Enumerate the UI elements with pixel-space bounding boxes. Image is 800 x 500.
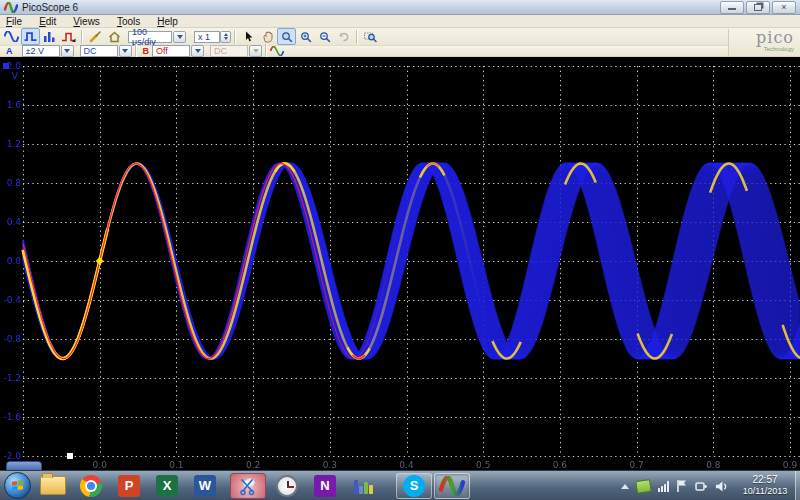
start-button[interactable] bbox=[4, 472, 31, 499]
chrome-button[interactable] bbox=[78, 473, 104, 499]
toolbar-separator bbox=[234, 30, 236, 44]
channel-b-coupling-select: DC bbox=[210, 45, 248, 57]
scope-canvas[interactable] bbox=[0, 57, 800, 470]
powerpoint-icon: P bbox=[118, 475, 140, 497]
channel-a-range-dropdown[interactable] bbox=[61, 45, 74, 57]
show-hidden-icons-button[interactable] bbox=[621, 480, 629, 489]
menu-views[interactable]: Views bbox=[73, 16, 100, 27]
timebase-select[interactable]: 100 µs/div bbox=[128, 31, 172, 43]
zoom-out-icon bbox=[319, 31, 331, 43]
minimize-button[interactable] bbox=[720, 1, 744, 14]
minimize-icon bbox=[728, 8, 736, 10]
persistence-mode-icon bbox=[24, 31, 37, 42]
undo-zoom-icon bbox=[338, 31, 350, 43]
chevron-down-icon bbox=[195, 49, 201, 56]
zoom-multiplier-field[interactable]: x 1 bbox=[194, 31, 220, 43]
channel-a-range-select[interactable]: ±2 V bbox=[22, 45, 60, 57]
skype-button[interactable]: S bbox=[396, 473, 432, 499]
system-tray bbox=[621, 471, 728, 500]
menu-help[interactable]: Help bbox=[157, 16, 178, 27]
channel-b-range-select[interactable]: Off bbox=[152, 45, 190, 57]
onenote-icon: N bbox=[314, 475, 336, 497]
onenote-button[interactable]: N bbox=[312, 473, 338, 499]
scope-view-button[interactable] bbox=[2, 28, 21, 45]
persistence-mode-button[interactable] bbox=[21, 28, 40, 45]
zoom-out-button[interactable] bbox=[315, 28, 334, 45]
window-title: PicoScope 6 bbox=[22, 2, 78, 13]
pointer-tool-icon bbox=[244, 31, 254, 43]
windows-flag-icon bbox=[12, 480, 24, 491]
toolbar-separator bbox=[265, 44, 267, 58]
home-icon bbox=[108, 31, 121, 43]
channel-a-label: A bbox=[6, 46, 13, 56]
toolbar-separator bbox=[81, 30, 83, 44]
picoscope-wave-icon bbox=[439, 476, 465, 496]
marquee-zoom-button[interactable] bbox=[361, 28, 380, 45]
clock-app-button[interactable] bbox=[274, 473, 300, 499]
word-icon: W bbox=[194, 475, 216, 497]
signal-generator-button[interactable] bbox=[270, 46, 284, 56]
trigger-setup-icon bbox=[61, 31, 76, 43]
charts-app-button[interactable] bbox=[350, 473, 376, 499]
action-center-flag-icon[interactable] bbox=[676, 479, 688, 493]
channel-b-range-dropdown[interactable] bbox=[191, 45, 204, 57]
restore-button[interactable] bbox=[746, 1, 770, 14]
excel-icon: X bbox=[156, 475, 178, 497]
restore-icon bbox=[754, 4, 762, 11]
spectrum-mode-icon bbox=[43, 31, 56, 42]
spectrum-mode-button[interactable] bbox=[40, 28, 59, 45]
snipping-tool-button[interactable] bbox=[230, 473, 266, 499]
skype-icon: S bbox=[403, 475, 425, 497]
timebase-dropdown-button[interactable] bbox=[173, 31, 186, 43]
channel-a-coupling-dropdown[interactable] bbox=[119, 45, 132, 57]
menu-file[interactable]: File bbox=[6, 16, 22, 27]
probe-button[interactable] bbox=[86, 28, 105, 45]
network-signal-icon[interactable] bbox=[658, 481, 669, 492]
chevron-down-icon bbox=[224, 37, 228, 42]
trigger-setup-button[interactable] bbox=[59, 28, 78, 45]
show-desktop-button[interactable] bbox=[795, 471, 800, 500]
close-button[interactable]: × bbox=[772, 1, 796, 14]
chevron-down-icon bbox=[122, 49, 128, 56]
volume-icon[interactable] bbox=[715, 480, 728, 493]
remove-hardware-icon[interactable] bbox=[695, 480, 708, 493]
taskbar: P X W N S bbox=[0, 470, 800, 500]
clock-icon bbox=[276, 475, 298, 497]
zoom-in-icon bbox=[300, 31, 312, 43]
powerpoint-button[interactable]: P bbox=[116, 473, 142, 499]
word-button[interactable]: W bbox=[192, 473, 218, 499]
pan-tool-button[interactable] bbox=[258, 28, 277, 45]
bar-chart-icon bbox=[354, 478, 373, 494]
channel-b-label: B bbox=[143, 46, 150, 56]
probe-icon bbox=[89, 30, 102, 43]
zoom-tool-icon bbox=[281, 31, 293, 43]
main-toolbar: 100 µs/div x 1 bbox=[0, 28, 800, 46]
file-explorer-button[interactable] bbox=[40, 473, 66, 499]
zoom-tool-button[interactable] bbox=[277, 28, 296, 45]
zoom-multiplier-stepper[interactable] bbox=[220, 31, 231, 43]
picoscope-taskbar-button[interactable] bbox=[434, 473, 470, 499]
menu-tools[interactable]: Tools bbox=[117, 16, 140, 27]
battery-icon[interactable] bbox=[635, 479, 652, 494]
picoscope-window: PicoScope 6 × File Edit Views Tools Help bbox=[0, 0, 800, 500]
pico-logo: pico Technology bbox=[728, 29, 800, 56]
chrome-icon bbox=[80, 475, 102, 497]
signal-generator-icon bbox=[270, 46, 284, 56]
scissors-icon bbox=[237, 476, 259, 496]
scope-view bbox=[0, 57, 800, 470]
menu-edit[interactable]: Edit bbox=[39, 16, 56, 27]
title-bar: PicoScope 6 × bbox=[0, 0, 800, 15]
menu-bar: File Edit Views Tools Help bbox=[0, 15, 800, 28]
taskbar-clock[interactable]: 22:57 10/11/2013 bbox=[734, 473, 796, 497]
chevron-up-icon bbox=[224, 31, 228, 36]
zoom-in-button[interactable] bbox=[296, 28, 315, 45]
marquee-zoom-icon bbox=[364, 31, 377, 43]
home-button[interactable] bbox=[105, 28, 124, 45]
undo-zoom-button[interactable] bbox=[334, 28, 353, 45]
folder-icon bbox=[40, 476, 66, 495]
excel-button[interactable]: X bbox=[154, 473, 180, 499]
toolbar-separator bbox=[135, 44, 137, 58]
pointer-tool-button[interactable] bbox=[239, 28, 258, 45]
chevron-down-icon bbox=[253, 49, 259, 56]
channel-a-coupling-select[interactable]: DC bbox=[80, 45, 118, 57]
